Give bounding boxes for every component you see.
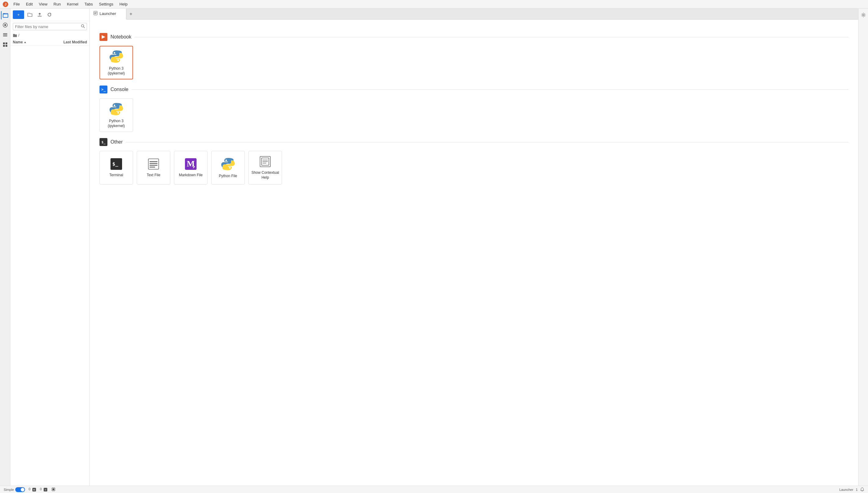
svg-text:$_: $_ <box>112 161 118 167</box>
contextual-help-card[interactable]: Show Contextual Help <box>248 151 282 185</box>
right-sidebar <box>858 8 868 486</box>
menu-tabs[interactable]: Tabs <box>82 1 95 7</box>
svg-rect-13 <box>5 45 7 47</box>
notebook-section-line <box>135 37 849 37</box>
svg-rect-4 <box>3 14 8 17</box>
column-modified[interactable]: Last Modified <box>50 40 87 44</box>
contextual-help-card-icon <box>259 155 272 168</box>
svg-rect-12 <box>3 45 5 47</box>
notebook-section-icon <box>99 33 108 41</box>
sidebar-running-btn[interactable] <box>1 21 9 29</box>
svg-point-35 <box>229 167 231 169</box>
new-folder-button[interactable] <box>26 11 34 19</box>
python-file-card-label: Python File <box>219 174 237 179</box>
column-name[interactable]: Name ▲ <box>13 40 50 44</box>
notebook-section-header: Notebook <box>99 33 848 41</box>
cpu-icon <box>51 487 55 491</box>
svg-rect-27 <box>148 159 159 169</box>
status-right: Launcher 1 <box>839 487 864 492</box>
svg-rect-10 <box>3 42 5 44</box>
svg-rect-9 <box>3 36 7 36</box>
content-area: Launcher + Notebook <box>90 8 858 486</box>
file-path: / <box>10 32 89 39</box>
tab-launcher-label: Launcher <box>99 11 116 16</box>
svg-point-6 <box>4 24 6 26</box>
file-search-bar[interactable] <box>13 23 87 30</box>
file-table-header: Name ▲ Last Modified <box>10 39 89 46</box>
menu-view[interactable]: View <box>36 1 50 7</box>
python3-notebook-card[interactable]: Python 3 (ipykernel) <box>99 46 133 80</box>
plus-icon: ＋ <box>17 12 20 17</box>
textfile-card-label: Text File <box>147 173 161 178</box>
python-file-card-icon <box>221 157 235 171</box>
menu-edit[interactable]: Edit <box>23 1 35 7</box>
path-separator: / <box>18 33 19 38</box>
sidebar-commands-btn[interactable] <box>1 30 9 39</box>
menu-kernel[interactable]: Kernel <box>64 1 81 7</box>
search-input[interactable] <box>15 24 81 29</box>
svg-line-15 <box>84 27 85 28</box>
svg-point-24 <box>117 112 119 114</box>
svg-rect-7 <box>3 33 7 34</box>
svg-text:M: M <box>187 159 195 168</box>
notebook-section-title: Notebook <box>111 34 132 40</box>
toggle-track[interactable] <box>15 487 25 492</box>
simple-mode-label: Simple <box>4 488 14 491</box>
textfile-card-icon <box>147 157 160 170</box>
svg-text:K: K <box>33 488 35 491</box>
launcher-tab-icon <box>93 11 98 16</box>
python3-console-label: Python 3 (ipykernel) <box>102 119 130 128</box>
refresh-button[interactable] <box>45 11 53 19</box>
svg-point-22 <box>117 60 119 61</box>
kernel-icon: K <box>32 488 36 492</box>
simple-mode-toggle[interactable]: Simple <box>4 487 25 492</box>
markdown-card-icon: M <box>184 157 197 170</box>
notebook-card-grid: Python 3 (ipykernel) <box>99 46 848 80</box>
python3-console-card[interactable]: Python 3 (ipykernel) <box>99 98 133 132</box>
python3-notebook-label: Python 3 (ipykernel) <box>102 66 130 76</box>
console-section-title: Console <box>111 87 129 92</box>
markdown-card[interactable]: M Markdown File <box>174 151 208 185</box>
status-launcher-count: 1 <box>856 488 858 491</box>
python3-notebook-icon <box>109 49 123 64</box>
main-layout: ＋ + <box>0 8 868 486</box>
sidebar-extensions-btn[interactable] <box>1 40 9 49</box>
terminal-card-label: Terminal <box>109 173 123 178</box>
new-file-button[interactable]: ＋ + <box>13 10 24 19</box>
right-settings-btn[interactable] <box>860 11 867 19</box>
console-section-header: >_ Console <box>99 86 848 93</box>
other-section-header: $_ Other <box>99 138 848 146</box>
toggle-thumb <box>21 488 24 491</box>
tab-bar: Launcher + <box>90 8 858 20</box>
tab-launcher[interactable]: Launcher <box>90 8 127 20</box>
menu-settings[interactable]: Settings <box>96 1 116 7</box>
menu-run[interactable]: Run <box>51 1 63 7</box>
menu-file[interactable]: File <box>11 1 22 7</box>
terminal-small-icon: T <box>43 488 48 492</box>
cpu-icon-btn <box>51 487 55 492</box>
folder-icon <box>13 33 17 38</box>
file-browser-panel: ＋ + <box>10 8 90 486</box>
status-launcher-label: Launcher <box>839 488 853 491</box>
bell-icon[interactable] <box>860 487 864 492</box>
menu-help[interactable]: Help <box>117 1 130 7</box>
other-section-icon: $_ <box>99 138 108 146</box>
launcher-content: Notebook Python 3 (ipykernel) <box>90 20 858 486</box>
python3-console-icon <box>109 102 123 116</box>
upload-button[interactable] <box>36 11 44 19</box>
svg-rect-47 <box>52 488 54 490</box>
other-section-line <box>126 142 848 142</box>
svg-marker-20 <box>101 35 105 39</box>
terminal-card[interactable]: $_ Terminal <box>99 151 133 185</box>
sidebar-files-btn[interactable] <box>1 11 9 20</box>
kernel-count-1: 0 K <box>29 487 36 491</box>
textfile-card[interactable]: Text File <box>137 151 170 185</box>
add-tab-button[interactable]: + <box>127 9 136 19</box>
svg-text:T: T <box>45 489 46 491</box>
console-section-line <box>132 89 848 90</box>
python-file-card[interactable]: Python File <box>211 151 245 185</box>
status-bar: Simple 0 K 0 T <box>0 486 868 493</box>
svg-rect-11 <box>5 42 7 44</box>
contextual-help-card-label: Show Contextual Help <box>251 170 279 180</box>
other-card-grid: $_ Terminal <box>99 151 848 185</box>
